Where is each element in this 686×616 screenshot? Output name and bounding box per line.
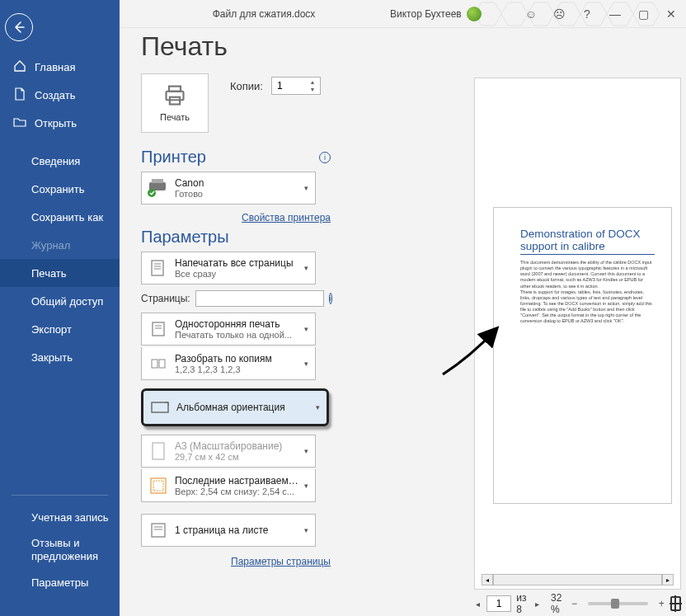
current-page-input[interactable]: [486, 595, 511, 612]
settings-heading: Параметры: [141, 228, 229, 247]
preview-doc-paragraph: There is support for images, tables, lis…: [520, 289, 655, 325]
back-button[interactable]: [5, 13, 33, 41]
nav-home[interactable]: Главная: [0, 53, 120, 81]
document-title: Файл для сжатия.docx: [165, 8, 363, 20]
nav-close[interactable]: Закрыть: [0, 343, 120, 371]
nav-open-label: Открыть: [35, 117, 77, 129]
single-side-icon: [147, 317, 170, 341]
preview-doc-title: Demonstration of DOCX support in calibre: [520, 228, 655, 255]
main-area: Печать Печать Копии: ▲▼ Принтер i: [120, 28, 686, 616]
open-icon: [13, 115, 26, 131]
nav-export[interactable]: Экспорт: [0, 315, 120, 343]
printer-name: Canon: [175, 177, 302, 189]
user-name-area[interactable]: Виктор Бухтеев: [390, 7, 482, 21]
svg-rect-20: [152, 360, 157, 368]
print-what-dropdown[interactable]: Напечатать все страницы Все сразу ▾: [141, 252, 316, 284]
smile-icon[interactable]: ☺: [521, 4, 541, 24]
print-button-label: Печать: [160, 112, 190, 122]
copies-input[interactable]: [272, 80, 307, 92]
zoom-percent-label: 32 %: [551, 592, 566, 615]
printer-dropdown[interactable]: Canon Готово ▾: [141, 172, 316, 205]
prev-page-button[interactable]: ◂: [474, 595, 482, 612]
close-window-button[interactable]: ✕: [661, 4, 681, 24]
zoom-slider-knob[interactable]: [611, 599, 619, 609]
paper-size-dropdown[interactable]: A3 (Масштабирование) 29,7 см x 42 см ▾: [141, 435, 316, 468]
svg-rect-17: [153, 322, 164, 336]
fit-to-window-button[interactable]: [670, 596, 681, 611]
print-button[interactable]: Печать: [141, 73, 209, 133]
printer-heading: Принтер: [141, 148, 206, 167]
svg-rect-22: [152, 402, 168, 412]
nav-options[interactable]: Параметры: [0, 568, 120, 596]
preview-horizontal-scrollbar[interactable]: ◂ ▸: [482, 574, 674, 585]
printer-status-icon: [147, 176, 170, 200]
pages-label: Страницы:: [141, 293, 190, 304]
sad-icon[interactable]: ☹: [549, 4, 569, 24]
chevron-down-icon: ▾: [302, 325, 310, 333]
svg-point-12: [148, 189, 156, 197]
pages-input[interactable]: [195, 290, 324, 307]
chevron-down-icon: ▾: [302, 482, 310, 490]
nav-print[interactable]: Печать: [0, 259, 120, 287]
nav-create[interactable]: Создать: [0, 81, 120, 109]
nav-save[interactable]: Сохранить: [0, 175, 120, 203]
duplex-dropdown[interactable]: Односторонняя печать Печатать только на …: [141, 313, 316, 346]
printer-status: Готово: [175, 189, 302, 199]
scroll-left-button[interactable]: ◂: [482, 574, 493, 585]
nav-home-label: Главная: [35, 61, 75, 73]
nav-saveas[interactable]: Сохранить как: [0, 203, 120, 231]
minimize-button[interactable]: —: [605, 4, 625, 24]
collate-dropdown[interactable]: Разобрать по копиям 1,2,3 1,2,3 1,2,3 ▾: [141, 347, 316, 380]
collate-icon: [147, 352, 170, 375]
pages-per-sheet-dropdown[interactable]: 1 страница на листе ▾: [141, 514, 316, 547]
nav-share[interactable]: Общий доступ: [0, 287, 120, 315]
zoom-in-button[interactable]: +: [658, 598, 665, 609]
avatar-icon: [467, 7, 482, 21]
svg-rect-13: [152, 261, 163, 275]
nav-info[interactable]: Сведения: [0, 147, 120, 175]
sidebar: Главная Создать Открыть Сведения Сохрани…: [0, 0, 120, 616]
home-icon: [13, 59, 26, 75]
orientation-dropdown[interactable]: Альбомная ориентация ▾: [141, 388, 329, 426]
svg-rect-21: [159, 360, 165, 368]
preview-footer: ◂ из 8 ▸ 32 % − +: [474, 593, 681, 614]
print-preview-pane: Demonstration of DOCX support in calibre…: [474, 78, 681, 590]
title-buttons-group: ☺ ☹ ? — ▢ ✕: [521, 4, 681, 24]
next-page-button[interactable]: ▸: [533, 595, 541, 612]
page-title: Печать: [141, 31, 686, 62]
nav-open[interactable]: Открыть: [0, 109, 120, 137]
stepper-arrows[interactable]: ▲▼: [307, 78, 318, 93]
preview-page: Demonstration of DOCX support in calibre…: [493, 207, 672, 504]
back-arrow-icon: [12, 21, 26, 34]
info-icon[interactable]: i: [319, 152, 331, 163]
pages-icon: [147, 256, 170, 280]
info-icon[interactable]: i: [329, 293, 332, 304]
page-setup-link[interactable]: Параметры страницы: [231, 556, 331, 567]
chevron-down-icon: ▾: [302, 360, 310, 368]
preview-doc-paragraph: This document demonstrates the ability o…: [520, 260, 655, 289]
help-icon[interactable]: ?: [577, 4, 597, 24]
user-name-text: Виктор Бухтеев: [390, 8, 462, 20]
nav-create-label: Создать: [35, 89, 75, 101]
scroll-track[interactable]: [493, 574, 662, 585]
svg-rect-23: [153, 443, 164, 459]
nav-account[interactable]: Учетная запись: [0, 504, 120, 532]
nav-feedback[interactable]: Отзывы и предложения: [0, 532, 120, 569]
chevron-down-icon: ▾: [302, 264, 310, 272]
chevron-down-icon: ▾: [302, 526, 310, 534]
create-icon: [13, 87, 26, 103]
svg-rect-8: [167, 92, 184, 101]
zoom-slider[interactable]: [588, 602, 647, 605]
printer-properties-link[interactable]: Свойства принтера: [242, 212, 331, 223]
chevron-down-icon: ▾: [302, 447, 310, 455]
page-count-label: из 8: [516, 592, 529, 615]
copies-spinner[interactable]: ▲▼: [271, 77, 321, 95]
zoom-out-button[interactable]: −: [571, 598, 578, 609]
chevron-down-icon: ▾: [313, 403, 322, 411]
maximize-button[interactable]: ▢: [633, 4, 653, 24]
scroll-right-button[interactable]: ▸: [662, 574, 674, 585]
sheet-icon: [147, 519, 170, 542]
landscape-icon: [148, 396, 172, 419]
margins-dropdown[interactable]: Последние настраиваемы... Верх: 2,54 см …: [141, 469, 316, 502]
nav-history: Журнал: [0, 231, 120, 259]
